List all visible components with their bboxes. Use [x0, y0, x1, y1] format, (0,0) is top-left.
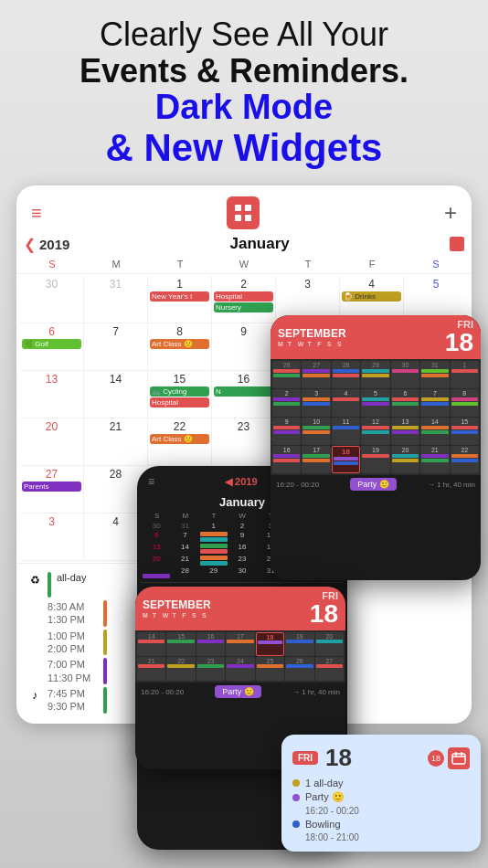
- mini-hamburger-icon: ≡: [148, 475, 154, 488]
- event-dot: [292, 820, 300, 828]
- add-event-button[interactable]: +: [444, 200, 457, 226]
- party-label: Party 🙂: [350, 478, 397, 491]
- svg-rect-4: [452, 754, 465, 764]
- table-row[interactable]: 22Art Class 🙂: [148, 418, 212, 466]
- event-time: 7:45 PM9:30 PM: [48, 687, 98, 714]
- mini-year: ◀ 2019: [225, 476, 258, 488]
- headline-3: Dark Mode: [18, 89, 470, 127]
- table-row[interactable]: 2HospitalNursery: [212, 276, 276, 323]
- month-label: January: [69, 235, 450, 253]
- dow-monday: M: [84, 257, 148, 271]
- table-row[interactable]: 7: [84, 323, 148, 371]
- dow-wednesday: W: [212, 257, 276, 271]
- event-color-bar: [48, 572, 51, 598]
- year-nav[interactable]: ❮ 2019: [24, 236, 69, 253]
- event-date-number: 18: [325, 744, 352, 772]
- table-row[interactable]: 16N: [212, 371, 276, 418]
- event-time: 1:00 PM2:00 PM: [48, 630, 98, 656]
- table-row[interactable]: 9: [212, 323, 276, 371]
- party-bar-row-2: 16:20 - 00:20 Party 🙂 → 1 hr, 40 min: [135, 683, 345, 701]
- calendar-icon: [448, 747, 470, 769]
- party-time-detail: 16:20 - 00:20: [305, 806, 470, 816]
- table-row[interactable]: 6🌿 Golf: [20, 323, 84, 371]
- svg-rect-6: [455, 752, 457, 756]
- event-color-bar: [103, 630, 107, 656]
- table-row[interactable]: 31: [84, 276, 148, 323]
- event-dot: [292, 779, 300, 787]
- svg-rect-7: [461, 752, 462, 756]
- party-bar-row: 16:20 - 00:20 Party 🙂 → 1 hr, 40 min: [271, 475, 481, 493]
- sept-header-bottom: SEPTEMBER MTWTFSS FRI 18: [135, 587, 345, 630]
- calendar-toolbar: ≡ +: [16, 193, 472, 233]
- table-row[interactable]: 1New Year's I: [148, 276, 212, 323]
- allday-label: all-day: [57, 572, 86, 583]
- headline-1: Clearly See All Your: [18, 16, 470, 53]
- table-row[interactable]: 3: [20, 513, 84, 561]
- fri-badge: FRI: [292, 751, 318, 765]
- dow-thursday: T: [276, 257, 340, 271]
- event-time: 7:00 PM11:30 PM: [48, 658, 98, 684]
- svg-rect-0: [235, 205, 241, 211]
- table-row[interactable]: 21: [84, 418, 148, 466]
- year-label: 2019: [39, 237, 69, 252]
- table-row[interactable]: 23: [212, 418, 276, 466]
- notification-count: 18: [428, 750, 444, 767]
- table-row[interactable]: 27Parents: [20, 466, 84, 513]
- grid-icon[interactable]: [227, 196, 260, 229]
- september-phone-top: SEPTEMBER MTWTFSS FRI 18 26 27 28 29: [271, 315, 481, 580]
- hero-header: Clearly See All Your Events & Reminders.…: [0, 0, 488, 178]
- event-time: 8:30 AM1:30 PM: [48, 600, 98, 627]
- month-header: ❮ 2019 January: [16, 233, 472, 255]
- table-row[interactable]: 8Art Class 🙂: [148, 323, 212, 371]
- sept-mini-grid: 14 15 16 17 18 19 20 21 22 23 24 25 26 2…: [135, 630, 345, 683]
- event-label: Bowling: [305, 819, 341, 830]
- days-of-week-row: S M T W T F S: [16, 255, 472, 274]
- table-row[interactable]: 15🚲 CyclingHospital: [148, 371, 212, 418]
- event-color-bar: [103, 687, 107, 714]
- dow-friday: F: [340, 257, 404, 271]
- party-time: 16:20 - 00:20: [276, 481, 319, 489]
- duration-label: → 1 hr, 40 min: [428, 481, 475, 489]
- event-dot: [292, 794, 300, 801]
- event-color-bar: [103, 600, 107, 627]
- event-color-bar: [103, 658, 107, 684]
- today-indicator[interactable]: [450, 237, 464, 251]
- sept-cal-grid: 26 27 28 29 30 31 1: [271, 359, 481, 475]
- event-label: Party 🙂: [305, 791, 345, 803]
- table-row[interactable]: 20: [20, 418, 84, 466]
- recycle-icon: ♻: [27, 574, 42, 587]
- bowling-time-detail: 18:00 - 21:00: [305, 832, 470, 842]
- svg-rect-1: [245, 205, 251, 211]
- sept-month-label: SEPTEMBER: [278, 327, 346, 340]
- music-icon: ♪: [27, 689, 42, 702]
- svg-rect-3: [245, 215, 251, 221]
- event-label: 1 all-day: [305, 778, 344, 789]
- table-row[interactable]: 14: [84, 371, 148, 418]
- event-item-party: Party 🙂: [292, 791, 470, 803]
- headline-4: & New Widgets: [18, 127, 470, 169]
- svg-rect-2: [235, 215, 241, 221]
- dow-tuesday: T: [148, 257, 212, 271]
- dow-saturday: S: [404, 257, 468, 271]
- dow-sunday: S: [20, 257, 84, 271]
- prev-month-button[interactable]: ❮: [24, 236, 36, 253]
- sept-header-top: SEPTEMBER MTWTFSS FRI 18: [271, 315, 481, 359]
- table-row[interactable]: 13: [20, 371, 84, 418]
- headline-2: Events & Reminders.: [18, 53, 470, 90]
- event-item-allday: 1 all-day: [292, 778, 470, 789]
- table-row[interactable]: 30: [20, 276, 84, 323]
- event-item-bowling: Bowling: [292, 819, 470, 830]
- menu-icon[interactable]: ≡: [31, 203, 42, 224]
- sept-date: 18: [445, 330, 473, 355]
- event-detail-card: FRI 18 18 1 all-day Party 🙂 16:20 - 00:2…: [281, 735, 481, 852]
